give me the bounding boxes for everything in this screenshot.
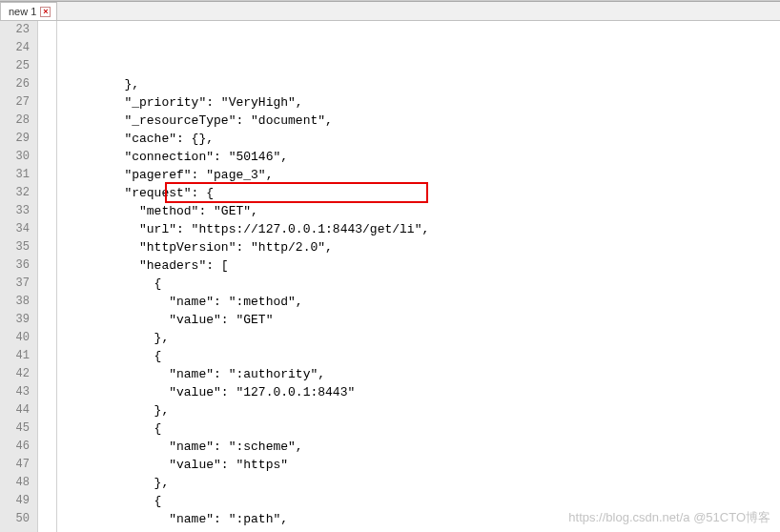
line-number: 32 (0, 184, 30, 202)
line-number: 33 (0, 202, 30, 220)
line-number: 29 (0, 130, 30, 148)
code-line[interactable]: "value": "https" (65, 456, 780, 474)
code-line[interactable]: "_priority": "VeryHigh", (65, 93, 780, 112)
code-line[interactable]: "request": { (65, 184, 780, 202)
close-icon[interactable]: × (40, 7, 51, 17)
code-line[interactable]: }, (65, 474, 780, 492)
code-line[interactable]: "httpVersion": "http/2.0", (65, 238, 780, 256)
code-line[interactable]: }, (65, 329, 780, 347)
line-number: 27 (0, 93, 30, 112)
line-number: 45 (0, 419, 30, 438)
code-line[interactable]: "value": "/get/li" (65, 528, 780, 532)
code-line[interactable]: { (65, 347, 780, 365)
line-number: 40 (0, 329, 30, 347)
line-number: 25 (0, 57, 30, 75)
code-line[interactable]: }, (65, 75, 780, 93)
line-number: 44 (0, 401, 30, 419)
line-number: 42 (0, 365, 30, 383)
line-number: 24 (0, 39, 30, 57)
line-number: 49 (0, 492, 30, 510)
line-number: 34 (0, 220, 30, 238)
code-line[interactable]: { (65, 275, 780, 293)
code-line[interactable]: "cache": {}, (65, 130, 780, 148)
code-line[interactable]: "value": "127.0.0.1:8443" (65, 383, 780, 401)
fold-margin (38, 21, 57, 532)
code-line[interactable]: "name": ":method", (65, 293, 780, 311)
line-number: 48 (0, 474, 30, 492)
code-line[interactable]: { (65, 419, 780, 438)
line-number: 47 (0, 456, 30, 474)
tab-bar: new 1 × (0, 2, 780, 21)
line-number: 39 (0, 311, 30, 329)
editor: 2324252627282930313233343536373839404142… (0, 21, 780, 532)
line-number: 23 (0, 21, 30, 39)
code-line[interactable]: "name": ":authority", (65, 365, 780, 383)
code-line[interactable]: "connection": "50146", (65, 148, 780, 166)
code-line[interactable]: "_resourceType": "document", (65, 112, 780, 130)
line-number: 46 (0, 438, 30, 456)
line-number: 50 (0, 510, 30, 528)
watermark: https://blog.csdn.net/a @51CTO博客 (568, 509, 770, 526)
line-number: 31 (0, 166, 30, 184)
line-number: 43 (0, 383, 30, 401)
line-number: 26 (0, 75, 30, 93)
code-line[interactable]: "pageref": "page_3", (65, 166, 780, 184)
line-number: 38 (0, 293, 30, 311)
line-number: 30 (0, 148, 30, 166)
code-line[interactable]: { (65, 492, 780, 510)
code-line[interactable]: "name": ":scheme", (65, 438, 780, 456)
code-area[interactable]: }, "_priority": "VeryHigh", "_resourceTy… (57, 21, 780, 532)
line-number: 35 (0, 238, 30, 256)
line-number: 37 (0, 275, 30, 293)
file-tab[interactable]: new 1 × (0, 2, 57, 20)
line-number: 36 (0, 256, 30, 275)
code-line[interactable]: "headers": [ (65, 256, 780, 275)
line-number-gutter: 2324252627282930313233343536373839404142… (0, 21, 38, 532)
code-line[interactable]: "value": "GET" (65, 311, 780, 329)
line-number: 41 (0, 347, 30, 365)
line-number: 28 (0, 112, 30, 130)
code-line[interactable]: "url": "https://127.0.0.1:8443/get/li", (65, 220, 780, 238)
tab-label: new 1 (9, 6, 36, 17)
code-line[interactable]: "method": "GET", (65, 202, 780, 220)
code-line[interactable]: }, (65, 401, 780, 419)
